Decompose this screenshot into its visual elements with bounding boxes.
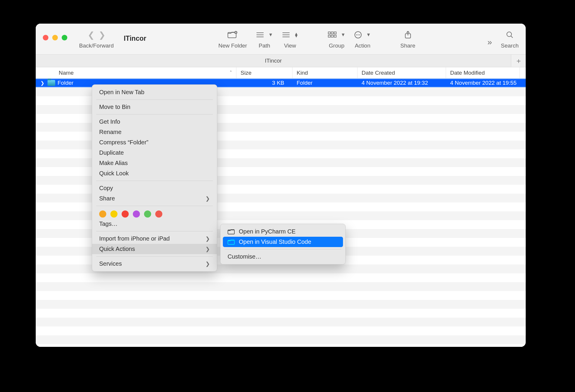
toolbar: ❮ ❯ Back/Forward ITincor New Folder ▼ Pa… <box>36 24 526 55</box>
chevron-right-icon: ❯ <box>205 246 210 252</box>
quick-actions-submenu: Open in PyCharm CE Open in Visual Studio… <box>220 224 346 264</box>
svg-rect-5 <box>334 32 336 34</box>
tab-itincor[interactable]: ITincor <box>36 55 511 67</box>
menu-item-get-info[interactable]: Get Info <box>92 117 217 127</box>
chevron-down-icon: ▼ <box>341 32 346 37</box>
separator <box>96 206 213 206</box>
chevron-right-icon: ❯ <box>205 236 210 242</box>
back-forward-label: Back/Forward <box>79 43 114 49</box>
menu-item-import[interactable]: Import from iPhone or iPad ❯ <box>92 233 217 244</box>
separator <box>96 231 213 231</box>
column-header-date-modified[interactable]: Date Modified <box>446 67 520 78</box>
tag-color-3[interactable] <box>133 210 140 218</box>
column-header-size[interactable]: Size <box>236 67 293 78</box>
back-forward-group: ❮ ❯ Back/Forward <box>79 29 114 49</box>
menu-item-make-alias[interactable]: Make Alias <box>92 158 217 168</box>
tags-row <box>92 208 217 219</box>
menu-item-quick-look[interactable]: Quick Look <box>92 168 217 179</box>
column-headers: Name ˄ Size Kind Date Created Date Modif… <box>36 67 526 79</box>
file-date-modified: 4 November 2022 at 19:55 <box>446 80 526 86</box>
submenu-item-vscode[interactable]: Open in Visual Studio Code <box>223 237 343 247</box>
folder-icon <box>48 80 55 86</box>
separator <box>96 114 213 115</box>
share-button[interactable]: Share <box>400 29 415 49</box>
column-header-date-created[interactable]: Date Created <box>357 67 446 78</box>
new-folder-button[interactable]: New Folder <box>218 29 247 49</box>
plus-icon: ＋ <box>515 56 522 66</box>
forward-button[interactable]: ❯ <box>99 30 105 40</box>
action-icon <box>354 31 362 39</box>
back-button[interactable]: ❮ <box>88 30 94 40</box>
search-icon <box>506 31 514 39</box>
updown-icon: ▲▼ <box>294 32 298 37</box>
submenu-item-pycharm[interactable]: Open in PyCharm CE <box>220 226 345 237</box>
new-tab-button[interactable]: ＋ <box>511 55 526 67</box>
svg-point-10 <box>356 34 357 35</box>
tag-color-2[interactable] <box>122 210 129 218</box>
file-name: Folder <box>58 80 73 86</box>
svg-rect-8 <box>334 35 336 37</box>
close-window-button[interactable] <box>43 35 48 40</box>
folder-outline-icon <box>228 239 235 245</box>
menu-item-tags[interactable]: Tags… <box>92 219 217 229</box>
svg-point-14 <box>507 32 512 37</box>
minimize-window-button[interactable] <box>52 35 58 40</box>
file-size: 3 KB <box>236 80 293 86</box>
view-button[interactable]: ▲▼ View <box>282 29 298 49</box>
menu-item-share[interactable]: Share ❯ <box>92 193 217 204</box>
svg-rect-6 <box>328 35 330 37</box>
zoom-window-button[interactable] <box>62 35 67 40</box>
disclosure-triangle-icon[interactable]: ❯ <box>40 80 45 86</box>
menu-item-open-new-tab[interactable]: Open in New Tab <box>92 87 217 97</box>
file-date-created: 4 November 2022 at 19:32 <box>357 80 446 86</box>
folder-outline-icon <box>228 229 235 235</box>
svg-rect-7 <box>331 35 333 37</box>
group-icon <box>328 32 337 38</box>
chevron-right-icon: ❯ <box>205 261 210 267</box>
menu-item-compress[interactable]: Compress “Folder” <box>92 137 217 148</box>
separator <box>96 99 213 100</box>
action-button[interactable]: ▼ Action <box>354 29 371 49</box>
column-header-name[interactable]: Name ˄ <box>36 67 236 78</box>
submenu-item-customise[interactable]: Customise… <box>220 251 345 262</box>
menu-item-services[interactable]: Services ❯ <box>92 259 217 269</box>
window-title: ITincor <box>124 35 146 43</box>
path-icon <box>256 32 264 38</box>
view-icon <box>282 32 290 38</box>
chevron-down-icon: ▼ <box>366 32 371 37</box>
tab-bar: ITincor ＋ <box>36 55 526 67</box>
tag-color-1[interactable] <box>110 210 117 218</box>
svg-point-11 <box>358 34 359 35</box>
tag-color-0[interactable] <box>99 210 106 218</box>
sort-ascending-icon: ˄ <box>230 70 232 76</box>
chevrons-right-icon: » <box>487 37 492 47</box>
svg-rect-4 <box>331 32 333 34</box>
chevron-down-icon: ▼ <box>268 32 273 37</box>
file-kind: Folder <box>293 80 357 86</box>
context-menu: Open in New Tab Move to Bin Get Info Ren… <box>92 84 217 272</box>
svg-point-12 <box>359 34 360 35</box>
finder-window: ❮ ❯ Back/Forward ITincor New Folder ▼ Pa… <box>36 24 526 347</box>
tag-color-4[interactable] <box>144 210 151 218</box>
share-icon <box>404 31 411 39</box>
separator <box>96 256 213 257</box>
group-button[interactable]: ▼ Group <box>328 29 346 49</box>
chevron-right-icon: ❯ <box>205 195 210 202</box>
menu-item-copy[interactable]: Copy <box>92 183 217 193</box>
menu-item-rename[interactable]: Rename <box>92 127 217 137</box>
column-header-kind[interactable]: Kind <box>293 67 357 78</box>
separator <box>225 249 341 249</box>
overflow-button[interactable]: » <box>487 36 492 48</box>
menu-item-move-to-bin[interactable]: Move to Bin <box>92 102 217 112</box>
path-button[interactable]: ▼ Path <box>256 29 273 49</box>
menu-item-duplicate[interactable]: Duplicate <box>92 148 217 158</box>
svg-rect-3 <box>328 32 330 34</box>
tag-color-5[interactable] <box>155 210 162 218</box>
search-button[interactable]: Search <box>501 29 519 49</box>
new-folder-icon <box>228 31 238 39</box>
separator <box>96 181 213 181</box>
window-controls <box>43 35 67 40</box>
menu-item-quick-actions[interactable]: Quick Actions ❯ <box>92 244 217 254</box>
